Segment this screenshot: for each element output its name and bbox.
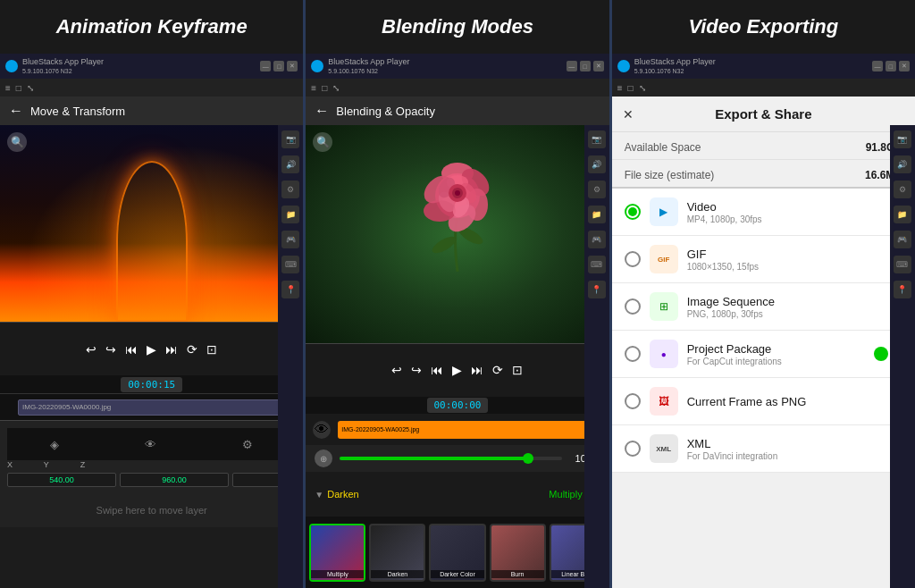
camera-side-icon-2[interactable]: 📷 — [588, 130, 606, 148]
hamburger-icon-2[interactable]: ≡ — [311, 83, 316, 93]
maximize-btn-1[interactable]: □ — [273, 61, 284, 71]
settings-side-icon-2[interactable]: ⚙ — [588, 181, 606, 198]
xml-format-icon: XML — [650, 434, 678, 463]
video-option-desc: MP4, 1080p, 30fps — [687, 214, 899, 224]
close-btn-1[interactable]: ✕ — [287, 61, 298, 71]
export-option-video[interactable]: ▶ Video MP4, 1080p, 30fps › — [612, 189, 915, 236]
location-side-icon-2[interactable]: 📍 — [588, 281, 606, 298]
hamburger-icon-1[interactable]: ≡ — [5, 83, 11, 93]
minimize-btn-3[interactable]: — — [872, 61, 883, 71]
location-side-icon[interactable]: 📍 — [281, 281, 299, 298]
gamepad-side-icon[interactable]: 🎮 — [281, 231, 299, 248]
crop-btn-2[interactable]: ⊡ — [512, 363, 523, 377]
loop-btn[interactable]: ⟳ — [187, 342, 197, 357]
expand-icon-3[interactable]: ⤡ — [639, 83, 646, 93]
radio-gif[interactable] — [625, 251, 641, 267]
window-controls-1[interactable]: — □ ✕ — [260, 61, 298, 71]
volume-side-icon-2[interactable]: 🔊 — [588, 155, 606, 173]
maximize-btn-2[interactable]: □ — [580, 61, 591, 71]
gamepad-side-icon-2[interactable]: 🎮 — [588, 231, 606, 248]
keyboard-side-icon-2[interactable]: ⌨ — [588, 256, 606, 273]
camera-side-icon[interactable]: 📷 — [281, 130, 299, 148]
close-btn-2[interactable]: ✕ — [593, 61, 604, 71]
radio-png[interactable] — [625, 393, 641, 409]
folder-side-icon[interactable]: 📁 — [281, 206, 299, 223]
back-button-2[interactable]: ← — [315, 103, 329, 119]
blend-thumb-burn[interactable]: Burn — [490, 524, 546, 582]
settings-side-icon[interactable]: ⚙ — [281, 181, 299, 198]
skip-start-btn[interactable]: ⏮ — [125, 342, 138, 357]
y-input[interactable] — [120, 473, 229, 487]
eye-btn-2[interactable]: 👁 — [313, 421, 331, 439]
radio-video[interactable] — [625, 204, 641, 220]
redo-btn[interactable]: ↪ — [105, 342, 116, 357]
window-controls-3[interactable]: — □ ✕ — [872, 61, 910, 71]
play-btn-2[interactable]: ▶ — [452, 363, 462, 377]
export-option-image-seq[interactable]: ⊞ Image Sequence PNG, 1080p, 30fps › — [612, 283, 915, 331]
x-input[interactable] — [7, 473, 116, 487]
settings-icon[interactable]: ⚙ — [242, 438, 253, 451]
blend-thumb-darken[interactable]: Darken — [369, 524, 425, 582]
radio-xml[interactable] — [625, 441, 641, 457]
settings-side-icon-3[interactable]: ⚙ — [894, 181, 911, 198]
export-option-project-pkg[interactable]: ● Project Package For CapCut integration… — [612, 331, 915, 378]
window-controls-2[interactable]: — □ ✕ — [567, 61, 604, 71]
undo-btn[interactable]: ↩ — [86, 342, 97, 357]
loop-btn-2[interactable]: ⟳ — [492, 363, 503, 377]
folder-side-icon-3[interactable]: 📁 — [894, 206, 911, 223]
timeline-track-2: 👁 IMG-20220905-WA0025.jpg — [306, 414, 609, 445]
darken-indicator[interactable]: ▼ Darken — [315, 489, 358, 500]
export-option-png[interactable]: 🖼 Current Frame as PNG — [612, 378, 915, 425]
expand-icon-2[interactable]: ⤡ — [332, 83, 340, 93]
timeline-clip-1[interactable]: IMG-20220905-WA0000.jpg — [18, 399, 285, 416]
window-icon-3[interactable]: □ — [628, 83, 634, 93]
bluestacks-window-3: BlueStacks App Player 5.9.100.1076 N32 —… — [612, 54, 915, 588]
blend-thumb-darker-color[interactable]: Darker Color — [429, 524, 485, 582]
timestamp-2: 00:00:00 — [427, 398, 489, 413]
menu-bar-1: ≡ □ ⤡ — [0, 79, 303, 97]
volume-side-icon-3[interactable]: 🔊 — [894, 155, 911, 173]
transform-inputs[interactable] — [7, 473, 296, 487]
window-icon-2[interactable]: □ — [322, 83, 327, 93]
export-option-xml[interactable]: XML XML For DaVinci integration — [612, 425, 915, 473]
redo-btn-2[interactable]: ↪ — [411, 363, 422, 377]
panel-animation-keyframe: BlueStacks App Player 5.9.100.1076 N32 —… — [0, 54, 306, 588]
camera-side-icon-3[interactable]: 📷 — [894, 130, 911, 148]
export-close-btn[interactable]: ✕ — [623, 107, 634, 122]
magnifier-icon-1[interactable]: 🔍 — [7, 132, 27, 152]
minimize-btn-2[interactable]: — — [567, 61, 577, 71]
timeline-track-1[interactable]: IMG-20220905-WA0000.jpg — [0, 393, 303, 420]
timeline-clip-2[interactable]: IMG-20220905-WA0025.jpg — [338, 421, 601, 439]
bluestacks-logo-1 — [5, 60, 18, 72]
skip-end-btn-2[interactable]: ⏭ — [471, 363, 483, 377]
play-btn-1[interactable]: ▶ — [147, 342, 156, 357]
hamburger-icon-3[interactable]: ≡ — [617, 83, 623, 93]
keyboard-side-icon-3[interactable]: ⌨ — [894, 256, 911, 273]
export-option-gif[interactable]: GIF GIF 1080×1350, 15fps › — [612, 236, 915, 283]
radio-project-pkg[interactable] — [625, 346, 641, 362]
blend-circle-icon[interactable]: ⊕ — [315, 449, 332, 467]
location-side-icon-3[interactable]: 📍 — [894, 281, 911, 298]
close-btn-3[interactable]: ✕ — [899, 61, 910, 71]
radio-image-seq[interactable] — [625, 298, 641, 315]
window-icon-1[interactable]: □ — [16, 83, 21, 93]
magnifier-icon-2[interactable]: 🔍 — [313, 132, 332, 152]
back-button-1[interactable]: ← — [9, 103, 23, 119]
volume-side-icon[interactable]: 🔊 — [281, 155, 299, 173]
skip-start-btn-2[interactable]: ⏮ — [431, 363, 443, 377]
eye-icon[interactable]: 👁 — [145, 438, 156, 451]
layer-icon[interactable]: ◈ — [50, 438, 59, 451]
skip-end-btn[interactable]: ⏭ — [165, 342, 178, 357]
opacity-track[interactable] — [340, 457, 561, 460]
gamepad-side-icon-3[interactable]: 🎮 — [894, 231, 911, 248]
rose-background: 🔍 — [306, 125, 609, 343]
blend-thumb-multiply[interactable]: Multiply — [309, 524, 365, 582]
minimize-btn-1[interactable]: — — [260, 61, 271, 71]
keyboard-side-icon[interactable]: ⌨ — [281, 256, 299, 273]
folder-side-icon-2[interactable]: 📁 — [588, 206, 606, 223]
expand-icon-1[interactable]: ⤡ — [27, 83, 34, 93]
crop-btn[interactable]: ⊡ — [206, 342, 217, 357]
maximize-btn-3[interactable]: □ — [886, 61, 896, 71]
opacity-thumb[interactable] — [523, 453, 533, 464]
undo-btn-2[interactable]: ↩ — [391, 363, 402, 377]
